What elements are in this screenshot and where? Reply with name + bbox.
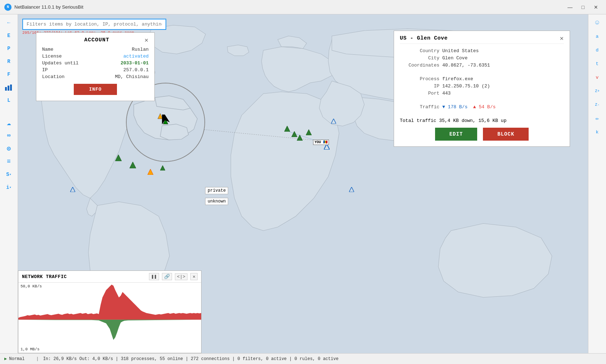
svg-marker-9 — [291, 131, 297, 137]
traffic-close-button[interactable]: ✕ — [190, 273, 198, 280]
marker-eu-4[interactable] — [306, 129, 312, 137]
svg-marker-8 — [284, 126, 290, 132]
app-title: NetBalancer 11.0.1 by SeriousBit — [14, 4, 564, 10]
sidebar-L[interactable]: L — [3, 95, 15, 106]
sidebar-right-a[interactable]: a — [591, 31, 604, 42]
marker-na-4[interactable] — [160, 165, 165, 172]
account-panel-title: ACCOUNT — [49, 37, 144, 43]
svg-rect-1 — [8, 86, 9, 91]
traffic-panel: NETWORK TRAFFIC ❚❚ 🔗 <|> ✕ 50,0 KB/s — [18, 270, 202, 353]
traffic-panel-title: NETWORK TRAFFIC — [22, 274, 67, 279]
traffic-chart: 50,0 KB/s 1,0 MB/s — [18, 283, 201, 353]
sidebar-right-zplus[interactable]: z+ — [591, 86, 604, 96]
status-bar: ▶ Normal | In: 26,9 KB/s Out: 4,0 KB/s |… — [0, 353, 606, 364]
marker-na-1[interactable] — [115, 155, 122, 163]
sidebar-R[interactable]: R — [3, 56, 15, 67]
sidebar-link[interactable]: ∞ — [3, 130, 15, 141]
svg-marker-12 — [115, 155, 122, 161]
marker-af-1[interactable] — [349, 187, 354, 194]
sidebar-cloud[interactable]: ☁ — [3, 117, 15, 128]
sidebar-right-k[interactable]: k — [591, 127, 604, 137]
sidebar-E[interactable]: E — [3, 30, 15, 41]
sidebar-chart[interactable] — [3, 82, 15, 93]
sidebar-toggle[interactable]: ⊙ — [3, 143, 15, 154]
svg-marker-17 — [349, 187, 354, 192]
unknown-label: unknown — [205, 198, 228, 205]
traffic-panel-header: NETWORK TRAFFIC ❚❚ 🔗 <|> ✕ — [18, 271, 201, 283]
svg-marker-13 — [130, 162, 136, 168]
marker-me-1[interactable] — [331, 119, 336, 126]
block-button[interactable]: BLOCK — [483, 128, 529, 141]
location-coords: Coordinates 40.8627, -73.6351 — [400, 63, 564, 68]
minimize-button[interactable]: — — [564, 2, 576, 12]
location-city: City Glen Cove — [400, 55, 564, 61]
status-stats: In: 26,9 KB/s Out: 4,0 KB/s | 318 proces… — [43, 356, 339, 361]
marker-atl[interactable] — [70, 187, 75, 194]
account-row-updates: Updates until 2033-01-01 — [42, 60, 149, 66]
account-row-ip: IP 257.0.0.1 — [42, 67, 149, 73]
sidebar-i[interactable]: i▾ — [3, 182, 15, 193]
app-icon: N — [4, 4, 12, 11]
pen-icon[interactable]: ✏ — [591, 113, 604, 124]
map-area[interactable]: ← 295/166: 327/184: Lat 62.9 Lon: -35.8 … — [18, 14, 588, 353]
sidebar-P[interactable]: P — [3, 43, 15, 54]
svg-marker-19 — [70, 187, 75, 192]
location-popup-close[interactable]: ✕ — [560, 36, 564, 41]
location-traffic: Traffic ▼ 178 B/s ▲ 54 B/s — [400, 104, 564, 110]
sidebar-F[interactable]: F — [3, 69, 15, 80]
expand-button[interactable]: <|> — [175, 273, 187, 280]
sidebar-back[interactable]: ← — [3, 17, 15, 28]
location-title: US - Glen Cove — [400, 35, 448, 41]
account-panel-close[interactable]: ✕ — [144, 37, 149, 43]
account-row-license: License activated — [42, 54, 149, 59]
chart-label-bottom: 1,0 MB/s — [21, 347, 40, 351]
sidebar-lines[interactable]: ≡ — [3, 156, 15, 167]
marker-na-3[interactable] — [148, 169, 153, 177]
sidebar-right-v[interactable]: v — [591, 72, 604, 83]
location-total: Total traffic 35,4 KB down, 15,6 KB up — [400, 118, 564, 123]
svg-rect-0 — [5, 87, 7, 91]
location-process: Process firefox.exe — [400, 76, 564, 82]
location-port: Port 443 — [400, 91, 564, 96]
svg-rect-2 — [10, 85, 12, 91]
marker-eu-3[interactable] — [297, 135, 303, 142]
left-sidebar: ← E P R F L ☁ ∞ ⊙ ≡ S▾ i▾ — [0, 14, 18, 353]
account-row-location: Location MD, Chisinau — [42, 74, 149, 79]
window-controls: — □ ✕ — [564, 2, 602, 12]
sidebar-right-d[interactable]: d — [591, 45, 604, 55]
location-popup: US - Glen Cove ✕ Country United States C… — [394, 31, 570, 147]
account-row-name: Name Ruslan — [42, 47, 149, 52]
pause-button[interactable]: ❚❚ — [149, 273, 159, 280]
marker-eu-5[interactable] — [324, 144, 330, 151]
location-country: Country United States — [400, 48, 564, 54]
status-normal: ▶ Normal — [4, 356, 24, 361]
marker-eu-1[interactable] — [284, 126, 290, 133]
maximize-button[interactable]: □ — [577, 2, 589, 12]
traffic-panel-controls: ❚❚ 🔗 <|> ✕ — [149, 273, 198, 280]
svg-marker-15 — [160, 165, 165, 170]
svg-marker-18 — [331, 119, 336, 124]
smiley-icon[interactable]: ☺ — [591, 17, 604, 28]
account-panel: ACCOUNT ✕ Name Ruslan License activated … — [36, 32, 155, 101]
svg-marker-11 — [306, 129, 312, 135]
title-bar: N NetBalancer 11.0.1 by SeriousBit — □ ✕ — [0, 0, 606, 14]
right-sidebar: ☺ a d t v z+ z- ✏ k — [588, 14, 606, 353]
sidebar-right-t[interactable]: t — [591, 58, 604, 69]
search-input[interactable] — [22, 19, 166, 30]
you-marker: YOU 🇲🇩 — [313, 138, 329, 145]
play-icon: ▶ — [4, 356, 7, 361]
main-content: ← E P R F L ☁ ∞ ⊙ ≡ S▾ i▾ — [0, 14, 606, 353]
svg-marker-10 — [297, 135, 303, 141]
sidebar-s[interactable]: S▾ — [3, 169, 15, 180]
marker-eu-2[interactable] — [291, 131, 297, 139]
status-mode: Normal — [9, 356, 24, 361]
marker-na-2[interactable] — [130, 162, 136, 170]
close-button[interactable]: ✕ — [590, 2, 602, 12]
svg-marker-14 — [148, 169, 153, 175]
sidebar-right-zminus[interactable]: z- — [591, 99, 604, 110]
link-button[interactable]: 🔗 — [162, 273, 172, 280]
location-ip: IP 142.250.75.10 (2) — [400, 83, 564, 89]
info-button[interactable]: INFO — [74, 84, 117, 95]
edit-button[interactable]: EDIT — [435, 128, 478, 141]
private-label: private — [205, 187, 228, 194]
